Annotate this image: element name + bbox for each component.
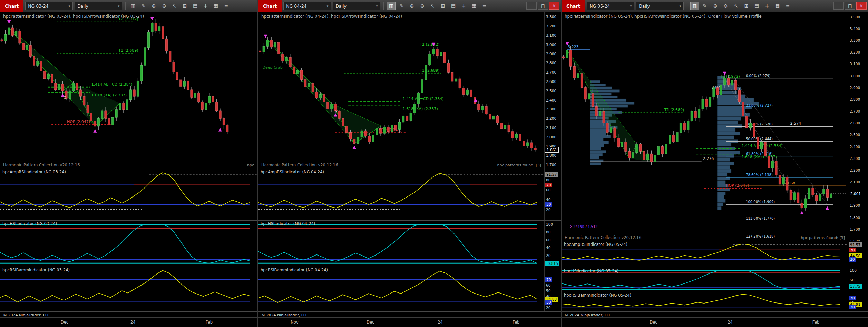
annotation-label: 50.00% (2.444) <box>746 137 773 141</box>
price-chart-canvas[interactable]: 3.223T2 (2.972)T1 (2.689)1.414 AB=CD (2.… <box>562 12 847 241</box>
indicator-label: hpcRSIBammIndicator (NG 05-24) <box>564 293 631 298</box>
copyright-label: © 2024 NinjaTrader, LLC <box>261 313 308 317</box>
chart-trader-icon[interactable]: ▦ <box>773 2 782 10</box>
panels-icon[interactable]: ⊞ <box>439 2 447 10</box>
draw-tools-icon[interactable]: ✎ <box>139 2 148 10</box>
time-axis[interactable]: Dec24Feb <box>562 317 868 327</box>
data-series-icon[interactable]: ▤ <box>449 2 458 10</box>
properties-icon[interactable]: ≡ <box>783 2 792 10</box>
chart-type-icon[interactable]: ▥ <box>387 2 396 10</box>
time-axis[interactable]: Dec24Feb <box>0 317 257 327</box>
cursor-icon[interactable]: ↖ <box>428 2 437 10</box>
minimize-button[interactable]: – <box>526 2 537 10</box>
price-axis[interactable]: 3.5003.4003.3003.2003.1003.0002.9002.800… <box>848 12 868 241</box>
indicator-axis-tick: 40 <box>546 198 550 202</box>
chart-tab[interactable]: Chart <box>0 0 23 12</box>
indicator-axis-tick: 20 <box>546 306 550 310</box>
close-button[interactable]: × <box>856 2 867 10</box>
zoom-out-icon[interactable]: ⊖ <box>721 2 730 10</box>
time-axis[interactable]: NovDec24Feb <box>258 317 561 327</box>
panels-icon[interactable]: ⊞ <box>181 2 189 10</box>
patterns-found-label: hpc patterns found: [3] <box>801 235 845 240</box>
indicator-axis[interactable]: 10080604020-0.815 <box>544 221 561 267</box>
cursor-icon[interactable]: ↖ <box>170 2 179 10</box>
price-chart-area: hpcPatternsIndicator (NG 03-24), hpcHSIA… <box>0 12 257 169</box>
zoom-in-icon[interactable]: ⊕ <box>149 2 158 10</box>
price-axis-tick: 2.900 <box>546 52 556 56</box>
price-level-annotation: T1 (2.689) <box>619 108 684 113</box>
price-axis-tick: 1.800 <box>546 153 556 157</box>
price-axis-tick: 3.200 <box>546 24 556 28</box>
indicator-axis[interactable]: 91.577044.5830 <box>848 241 868 268</box>
indicator-value-box: 91.57 <box>849 242 862 247</box>
restore-button[interactable]: □ <box>538 2 548 10</box>
crosshair-icon[interactable]: + <box>763 2 771 10</box>
pattern-point-label: X <box>335 110 338 114</box>
indicator-axis[interactable]: 7060504034.833020 <box>544 267 561 311</box>
period-select[interactable]: Daily▾ <box>75 2 122 10</box>
indicator-panel-hsi: hpcHSIIndicator (NG 04-24)10080604020-0.… <box>258 220 561 267</box>
zoom-in-icon[interactable]: ⊕ <box>711 2 720 10</box>
price-axis-tick: 1.700 <box>850 227 860 231</box>
indicator-axis[interactable]: 1005017.75 <box>848 268 868 292</box>
period-select[interactable]: Daily▾ <box>333 2 380 10</box>
period-select[interactable]: Daily▾ <box>636 2 684 10</box>
zoom-out-icon[interactable]: ⊖ <box>160 2 168 10</box>
instrument-select[interactable]: NG 05-24▾ <box>587 2 634 10</box>
close-button[interactable]: × <box>549 2 559 10</box>
price-axis-tick: 1.800 <box>850 215 860 220</box>
indicator-value-box: 30 <box>849 305 856 309</box>
indicator-canvas-hsi[interactable] <box>0 221 257 267</box>
chart-text-annotation: Deep Crab <box>262 65 282 70</box>
buy-arrow-icon <box>93 129 97 133</box>
indicator-axis[interactable]: 705041.9130 <box>848 292 868 311</box>
indicator-label: hpcHSIIndicator (NG 03-24) <box>2 221 57 226</box>
crosshair-icon[interactable]: + <box>459 2 468 10</box>
cursor-icon[interactable]: ↖ <box>732 2 740 10</box>
annotation-label: 100.00% (1.909) <box>746 200 775 204</box>
indicator-canvas-rsibamm[interactable] <box>0 267 257 312</box>
time-axis-label: Dec <box>61 320 68 325</box>
zoom-out-icon[interactable]: ⊖ <box>418 2 427 10</box>
instrument-select[interactable]: NG 03-24▾ <box>25 2 73 10</box>
zoom-in-icon[interactable]: ⊕ <box>408 2 416 10</box>
chart-tab[interactable]: Chart <box>562 0 585 12</box>
indicator-canvas-hsi[interactable] <box>258 221 544 267</box>
chart-trader-icon[interactable]: ▦ <box>212 2 220 10</box>
price-chart-canvas[interactable]: T2 (2.972)T1 (2.689)1.414 AB=CD (2.384)1… <box>258 12 544 169</box>
volume-profile <box>717 76 759 210</box>
indicator-canvas-amprsi[interactable] <box>0 169 257 221</box>
indicator-panel-hsi: hpcHSIIndicator (NG 03-24) <box>0 220 257 267</box>
indicator-value-box: 30 <box>849 257 856 262</box>
chevron-down-icon: ▾ <box>327 4 329 8</box>
annotation-label: 0.00% (2.979) <box>746 74 770 78</box>
data-series-icon[interactable]: ▤ <box>752 2 761 10</box>
instrument-select[interactable]: NG 04-24▾ <box>283 2 331 10</box>
price-chart-canvas[interactable]: T2 (2.972)T1 (2.689)1.414 AB=CD (2.384)1… <box>0 12 257 169</box>
chart-window-3: ChartNG 05-24▾Daily▾▥✎⊕⊖↖⊞▤+▦≡–□×hpcPatt… <box>562 0 868 327</box>
price-axis-tick: 1.900 <box>850 203 860 208</box>
pattern-point-label: X <box>64 96 66 99</box>
restore-button[interactable]: □ <box>845 2 855 10</box>
buy-arrow-icon <box>826 206 829 210</box>
data-series-icon[interactable]: ▤ <box>191 2 199 10</box>
price-level-annotation: 1.414 AB=CD (2.384) <box>348 97 444 102</box>
indicator-value-box: 70 <box>849 296 856 300</box>
crosshair-icon[interactable]: + <box>201 2 210 10</box>
draw-tools-icon[interactable]: ✎ <box>397 2 406 10</box>
price-axis[interactable]: 3.3003.2003.1003.0002.9002.8002.7002.600… <box>544 12 561 169</box>
draw-tools-icon[interactable]: ✎ <box>701 2 709 10</box>
indicator-axis[interactable]: 91.57807060403020 <box>544 169 561 220</box>
indicator-canvas-rsibamm[interactable] <box>258 267 544 312</box>
chart-trader-icon[interactable]: ▦ <box>470 2 478 10</box>
indicator-canvas-amprsi[interactable] <box>258 169 544 221</box>
chart-type-icon[interactable]: ▥ <box>129 2 137 10</box>
chart-tab[interactable]: Chart <box>258 0 282 12</box>
chart-type-icon[interactable]: ▥ <box>690 2 699 10</box>
indicator-label: hpcRSIBammIndicator (NG 03-24) <box>2 268 70 272</box>
properties-icon[interactable]: ≡ <box>222 2 231 10</box>
minimize-button[interactable]: – <box>833 2 844 10</box>
properties-icon[interactable]: ≡ <box>480 2 489 10</box>
indicator-panel-rsibamm: hpcRSIBammIndicator (NG 03-24) <box>0 267 257 311</box>
panels-icon[interactable]: ⊞ <box>742 2 751 10</box>
